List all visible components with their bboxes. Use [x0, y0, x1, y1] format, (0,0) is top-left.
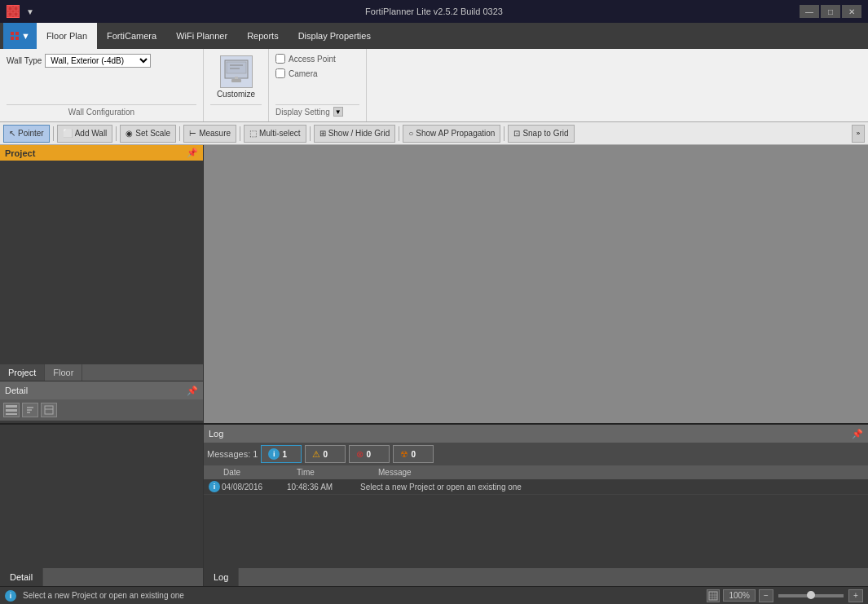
measure-label: Measure	[199, 129, 231, 138]
error-count: 0	[366, 450, 371, 459]
tab-display-properties[interactable]: Display Properties	[289, 23, 381, 49]
bottom-left-tabs: Detail	[0, 568, 203, 586]
show-hide-grid-tool[interactable]: ⊞ Show / Hide Grid	[314, 125, 396, 143]
set-scale-label: Set Scale	[135, 129, 170, 138]
wall-type-select[interactable]: Wall, Exterior (-4dB) Wall, Interior (-2…	[45, 54, 151, 68]
set-scale-icon: ◉	[126, 129, 133, 138]
log-warning-filter[interactable]: ⚠ 0	[305, 445, 346, 463]
close-button[interactable]: ✕	[842, 5, 861, 18]
maximize-button[interactable]: □	[821, 5, 840, 18]
log-msg-col-header: Message	[377, 467, 865, 478]
zoom-slider-thumb[interactable]	[807, 591, 815, 599]
add-wall-tool[interactable]: ⬜ Add Wall	[57, 125, 113, 143]
measure-tool[interactable]: ⊢ Measure	[183, 125, 236, 143]
log-entry-0-time: 10:48:36 AM	[287, 483, 360, 492]
multi-select-label: Multi-select	[259, 129, 301, 138]
log-error-filter[interactable]: ⊗ 0	[349, 445, 390, 463]
status-message: Select a new Project or open an existing…	[23, 591, 700, 600]
svg-rect-12	[231, 79, 241, 82]
project-pin-icon: 📌	[187, 148, 198, 158]
pointer-tool[interactable]: ↖ Pointer	[3, 125, 50, 143]
minimize-button[interactable]: —	[800, 5, 819, 18]
snap-to-grid-tool[interactable]: ⊡ Snap to Grid	[508, 125, 574, 143]
camera-row: Camera	[275, 68, 359, 78]
show-ap-propagation-tool[interactable]: ○ Show AP Propagation	[403, 125, 500, 143]
access-point-label: Access Point	[289, 55, 336, 64]
svg-rect-20	[45, 406, 53, 414]
multi-select-tool[interactable]: ⬚ Multi-select	[244, 125, 306, 143]
dropdown-arrow-icon: ▼	[21, 31, 30, 41]
display-setting-arrow[interactable]: ▼	[333, 107, 343, 117]
zoom-level-display: 100%	[723, 589, 756, 602]
access-point-checkbox[interactable]	[275, 54, 285, 64]
svg-rect-6	[11, 37, 14, 40]
log-entries: i 04/08/2016 10:48:36 AM Select a new Pr…	[204, 479, 868, 568]
svg-rect-22	[709, 592, 717, 600]
show-hide-grid-label: Show / Hide Grid	[328, 129, 390, 138]
project-tabs: Project Floor	[0, 364, 203, 381]
log-pin-icon: 📌	[852, 429, 863, 439]
svg-rect-1	[14, 7, 18, 11]
ribbon-section-filler	[235, 108, 237, 117]
info-filter-icon: i	[268, 448, 280, 460]
log-critical-filter[interactable]: ☢ 0	[393, 445, 434, 463]
wall-type-row: Wall Type Wall, Exterior (-4dB) Wall, In…	[7, 54, 196, 68]
zoom-in-button[interactable]: +	[848, 589, 863, 602]
snap-to-grid-icon: ⊡	[513, 129, 520, 138]
svg-rect-3	[14, 12, 18, 16]
zoom-icon	[707, 589, 720, 602]
display-checkboxes: Access Point Camera	[275, 54, 359, 78]
detail-bottom-tab[interactable]: Detail	[0, 568, 43, 586]
camera-checkbox[interactable]	[275, 68, 285, 78]
display-setting-label: Display Setting	[275, 108, 330, 117]
multi-select-icon: ⬚	[249, 129, 257, 138]
customize-button[interactable]: Customize	[215, 54, 257, 100]
floor-plan-canvas[interactable]	[204, 145, 868, 423]
zoom-slider[interactable]	[778, 594, 844, 597]
left-panel: Project 📌 Project Floor Detail 📌	[0, 145, 204, 423]
tab-reports[interactable]: Reports	[237, 23, 289, 49]
detail-list-btn[interactable]	[3, 403, 20, 417]
detail-header: Detail 📌	[0, 381, 203, 399]
set-scale-tool[interactable]: ◉ Set Scale	[120, 125, 176, 143]
zoom-controls: 100% − +	[707, 589, 863, 602]
sep-6	[399, 126, 399, 141]
add-wall-icon: ⬜	[63, 129, 73, 138]
toolbar-overflow[interactable]: »	[852, 125, 865, 143]
section-spacer	[210, 104, 262, 117]
project-header: Project 📌	[0, 145, 203, 161]
warning-count: 0	[323, 450, 328, 459]
project-title: Project	[5, 148, 35, 158]
detail-section: Detail 📌	[0, 381, 203, 423]
ribbon: Wall Type Wall, Exterior (-4dB) Wall, In…	[0, 49, 868, 122]
svg-rect-13	[235, 77, 238, 79]
detail-sort-btn[interactable]	[22, 403, 38, 417]
content-split: Project 📌 Project Floor Detail 📌	[0, 145, 868, 423]
menu-dropdown-button[interactable]: ▼	[3, 23, 37, 49]
detail-expand-btn[interactable]	[41, 403, 57, 417]
customize-section: Customize	[204, 49, 269, 121]
bottom-left-panel: Detail	[0, 425, 204, 586]
tab-floor-plan[interactable]: Floor Plan	[37, 23, 97, 49]
log-info-filter[interactable]: i 1	[261, 445, 302, 463]
log-bottom-tab[interactable]: Log	[204, 568, 239, 586]
critical-count: 0	[411, 450, 416, 459]
snap-to-grid-label: Snap to Grid	[522, 129, 568, 138]
log-entry-0-icon: i	[207, 481, 222, 492]
zoom-out-button[interactable]: −	[759, 589, 773, 602]
log-panel: Log 📌 Messages: 1 i 1 ⚠ 0 ⊗ 0	[204, 425, 868, 586]
tab-wifi-planner[interactable]: WiFi Planner	[166, 23, 237, 49]
project-tab[interactable]: Project	[0, 364, 45, 381]
error-icon: ⊗	[356, 449, 364, 460]
customize-icon	[220, 55, 253, 88]
customize-label: Customize	[217, 90, 255, 99]
floor-tab[interactable]: Floor	[45, 364, 82, 381]
log-title: Log	[209, 429, 223, 439]
main-area: Project 📌 Project Floor Detail 📌	[0, 145, 868, 586]
pointer-label: Pointer	[18, 129, 44, 138]
pointer-icon: ↖	[9, 129, 15, 138]
canvas-area[interactable]	[204, 145, 868, 423]
project-content	[0, 161, 203, 364]
titlebar-left: ▼	[7, 5, 34, 18]
tab-forticamera[interactable]: FortiCamera	[97, 23, 166, 49]
